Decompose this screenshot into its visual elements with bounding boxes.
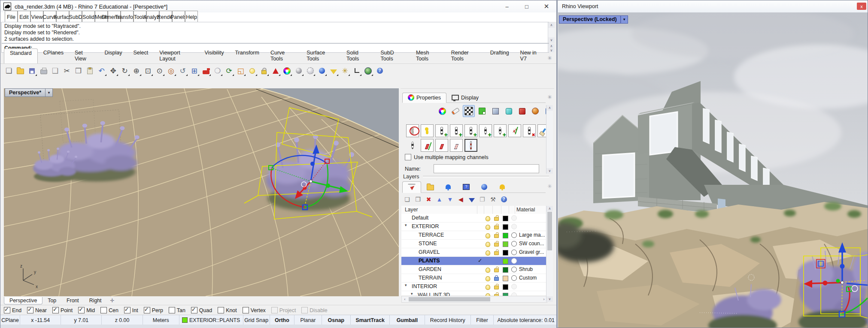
record-history-toggle[interactable]: Record History (425, 315, 471, 325)
command-spinner[interactable]: ∧ ∨ (548, 44, 555, 52)
toolbar-tab[interactable]: SubD Tools (375, 48, 410, 63)
layer-visibility-bulb-icon[interactable] (486, 216, 490, 221)
z-coordinate-pane[interactable]: z 0.00 (102, 315, 143, 325)
layer-lock-icon[interactable] (494, 226, 499, 229)
material-circle-icon[interactable] (511, 232, 517, 238)
layer-visibility-bulb-icon[interactable] (486, 285, 490, 290)
layer-lock-icon[interactable] (494, 268, 499, 272)
command-history-scrollbar[interactable]: ∧ ∨ (548, 22, 555, 43)
import-icon[interactable]: ❑ (49, 65, 61, 77)
layer-visibility-bulb-icon[interactable] (486, 225, 490, 230)
paste-icon[interactable] (84, 65, 96, 77)
layer-color-swatch[interactable] (503, 216, 508, 221)
layers-horizontal-scrollbar[interactable]: ‹ › (401, 296, 547, 303)
planar-toggle[interactable]: Planar (294, 315, 322, 325)
zoom-window-icon[interactable]: ⊡ (142, 65, 154, 77)
layers-panel-icon[interactable] (402, 181, 421, 193)
chevron-down-icon[interactable]: ▼ (621, 15, 628, 24)
new-file-icon[interactable]: ❏ (3, 65, 15, 77)
undo-view-icon[interactable]: ↺ (177, 65, 188, 77)
active-layer-pane[interactable]: EXTERIOR::PLANTS (179, 315, 243, 325)
viewport-tab[interactable]: Front (61, 297, 84, 304)
add-viewport-icon[interactable]: ✛ (107, 298, 118, 304)
rounded-box-icon[interactable] (503, 105, 515, 117)
material-circle-icon[interactable] (511, 284, 517, 289)
osnap-tan-checkbox[interactable]: Tan (169, 307, 185, 313)
layer-color-swatch[interactable] (503, 224, 508, 230)
scroll-up-icon[interactable]: ∧ (548, 22, 555, 28)
cplane-pane[interactable]: CPlane (0, 315, 20, 325)
checkbox-icon[interactable] (405, 154, 411, 160)
scroll-down-icon[interactable]: ∨ (548, 37, 555, 43)
show-mapping-icon[interactable] (406, 124, 419, 137)
move-icon[interactable] (200, 65, 212, 77)
gear-icon[interactable]: ✳ (547, 183, 552, 190)
rotate-icon[interactable]: ⟳ (223, 65, 235, 77)
viewport-title-tab[interactable]: Perspective* ▼ (5, 88, 53, 97)
cplane-icon[interactable] (351, 65, 362, 77)
layers-vertical-scrollbar[interactable]: ∧ ∨ (546, 206, 553, 302)
chevron-down-icon[interactable]: ▼ (46, 88, 53, 97)
open-file-icon[interactable] (15, 65, 26, 77)
checkbox-icon[interactable] (144, 307, 150, 313)
toolbar-tab[interactable]: Viewport Layout (154, 48, 199, 63)
delete-mapping-icon[interactable]: ✖ (523, 124, 536, 137)
osnap-mid-checkbox[interactable]: Mid (78, 307, 95, 313)
zoom-extents-icon[interactable]: ⊕ (131, 65, 142, 77)
osnap-project-checkbox[interactable]: Project (271, 307, 296, 313)
scroll-up-icon[interactable]: ∧ (546, 206, 553, 211)
layer-color-swatch[interactable] (503, 276, 508, 281)
help-icon[interactable] (374, 65, 385, 77)
custom-mapping-icon[interactable] (508, 124, 521, 137)
toolbar-tab[interactable]: Visibility (199, 48, 229, 63)
layer-lock-icon[interactable] (494, 277, 499, 281)
smarttrack-toggle[interactable]: SmartTrack (351, 315, 390, 325)
layer-color-swatch[interactable] (503, 259, 508, 264)
scroll-up-icon[interactable]: ∧ (546, 105, 553, 111)
gear-icon[interactable]: ✳ (547, 55, 552, 61)
osnap-knot-checkbox[interactable]: Knot (218, 307, 237, 313)
save-icon[interactable] (26, 65, 38, 77)
scroll-down-icon[interactable]: ∨ (546, 296, 553, 302)
layer-visibility-bulb-icon[interactable] (486, 268, 490, 273)
planar-mapping-icon[interactable]: ✚ (435, 124, 448, 137)
zoom-selected-icon[interactable]: ⊙ (154, 65, 165, 77)
osnap-int-checkbox[interactable]: Int (124, 307, 138, 313)
toolbar-tab[interactable]: Set View (69, 48, 99, 63)
command-history[interactable]: Display mode set to "Raytraced".Display … (1, 22, 549, 43)
viewport-layout-icon[interactable]: ⊞ (188, 65, 200, 77)
material-page-icon[interactable] (476, 105, 488, 117)
layer-visibility-bulb-icon[interactable] (486, 233, 490, 238)
units-pane[interactable]: Meters (143, 315, 179, 325)
selection-filter-icon[interactable] (328, 65, 339, 77)
expand-arrow-icon[interactable]: ▾ (411, 292, 413, 296)
undo-icon[interactable]: ↶ (96, 65, 107, 77)
material-circle-icon[interactable] (511, 258, 517, 264)
layer-folder-icon[interactable] (421, 181, 439, 193)
viewport-tab[interactable]: Right (84, 297, 107, 304)
layer-tools-icon[interactable]: ⚒ (489, 195, 497, 204)
toolbar-tab[interactable]: Drafting (485, 48, 515, 63)
toolbar-tab[interactable]: Render Tools (446, 48, 485, 63)
x-coordinate-pane[interactable]: x -11.54 (20, 315, 61, 325)
cut-icon[interactable]: ✂ (61, 65, 73, 77)
multiple-mapping-channels-checkbox[interactable]: Use multiple mapping channels (405, 154, 489, 160)
layer-color-swatch[interactable] (503, 250, 508, 256)
box-mapping-icon[interactable]: ✚ (450, 124, 463, 137)
osnap-perp-checkbox[interactable]: Perp (144, 307, 163, 313)
layer-row[interactable]: PLANTS ✓ (401, 257, 546, 265)
toolbar-tab[interactable]: CPlanes (38, 48, 69, 63)
layer-lock-icon[interactable] (494, 243, 499, 247)
layer-color-swatch[interactable] (503, 233, 508, 238)
box-display-icon[interactable] (489, 105, 501, 117)
expand-arrow-icon[interactable]: ▾ (405, 223, 407, 227)
new-sublayer-icon[interactable]: ❒ (414, 195, 422, 204)
y-coordinate-pane[interactable]: y 7.01 (61, 315, 102, 325)
viewport-title[interactable]: Perspective* (5, 88, 46, 97)
toolbar-tab[interactable]: Solid Tools (341, 48, 375, 63)
rendered-viewport[interactable]: Perspective (Locked) ▼ (558, 12, 868, 328)
copy-icon[interactable]: ❒ (73, 65, 84, 77)
toolbar-tab[interactable]: Select (128, 48, 154, 63)
maximize-button[interactable]: □ (517, 0, 537, 12)
copy-object-icon[interactable]: ❍ (212, 65, 223, 77)
